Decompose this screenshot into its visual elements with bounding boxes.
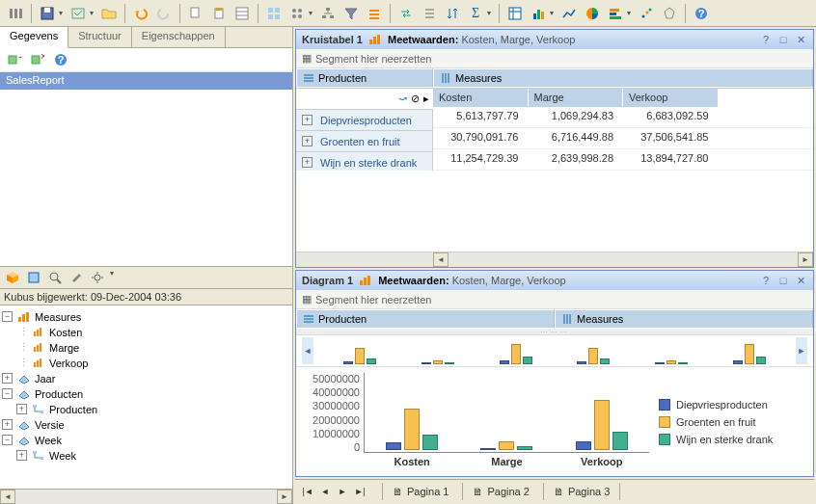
undo-icon[interactable] <box>130 3 151 24</box>
copy-icon[interactable] <box>185 3 206 24</box>
tree-producten[interactable]: Producten <box>35 388 83 400</box>
tab-eigenschappen[interactable]: Eigenschappen <box>132 27 226 47</box>
tools-icon[interactable] <box>68 269 85 286</box>
data-cell[interactable]: 6,716,449.88 <box>529 128 624 148</box>
close-icon[interactable]: ✕ <box>794 33 807 46</box>
worksheet-icon[interactable] <box>231 3 253 24</box>
sort-icon[interactable] <box>442 3 463 24</box>
scatter-icon[interactable] <box>636 3 657 24</box>
tree-kosten[interactable]: Kosten <box>49 327 82 338</box>
help-icon[interactable]: ? <box>691 3 712 24</box>
paste-icon[interactable] <box>208 3 230 24</box>
save-icon[interactable] <box>37 3 58 24</box>
table-icon[interactable] <box>504 3 526 24</box>
data-cell[interactable]: 37,506,541.85 <box>623 128 719 148</box>
col-header[interactable]: Verkoop <box>623 89 719 107</box>
maximize-icon[interactable]: □ <box>776 33 790 46</box>
data-cell[interactable]: 1,069,294.83 <box>529 107 624 127</box>
scrollbar[interactable] <box>15 490 277 504</box>
list-icon[interactable] <box>419 3 440 24</box>
design-icon[interactable] <box>68 3 89 24</box>
drill-icon[interactable]: ⤻ <box>398 93 407 105</box>
row-header[interactable]: +Wijn en sterke drank <box>296 152 433 171</box>
data-cell[interactable]: 30,790,091.76 <box>433 128 529 148</box>
cube-icon[interactable] <box>4 269 21 286</box>
row-axis-header[interactable]: Producten <box>296 68 433 88</box>
collapse-toggle[interactable]: − <box>2 311 13 322</box>
page-tab[interactable]: 🗎Pagina 2 <box>462 483 538 500</box>
row-header[interactable]: +Groenten en fruit <box>296 131 433 152</box>
help-pane-icon[interactable]: ? <box>759 274 773 287</box>
data-cell[interactable]: 6,683,092.59 <box>623 107 719 127</box>
redo-icon[interactable] <box>153 3 175 24</box>
collapse-toggle[interactable]: − <box>2 388 13 399</box>
sigma-icon[interactable]: Σ <box>465 3 486 24</box>
col-header[interactable]: Marge <box>529 89 624 107</box>
tab-structuur[interactable]: Structuur <box>68 27 132 47</box>
expand-toggle[interactable]: + <box>2 419 13 430</box>
maximize-icon[interactable]: □ <box>776 274 790 287</box>
add-cube-icon[interactable]: + <box>6 51 23 68</box>
radar-icon[interactable] <box>659 3 680 24</box>
tree-marge[interactable]: Marge <box>49 342 79 354</box>
report-name[interactable]: SalesReport <box>0 72 292 90</box>
bar[interactable] <box>499 441 514 450</box>
expand-toggle[interactable]: + <box>16 404 27 414</box>
tree-verkoop[interactable]: Verkoop <box>49 358 88 369</box>
data-cell[interactable]: 5,613,797.79 <box>433 107 529 127</box>
chart-row-axis[interactable]: Producten <box>296 309 555 329</box>
next-page-icon[interactable]: ► <box>336 485 349 498</box>
bar[interactable] <box>404 409 420 450</box>
refresh-icon[interactable] <box>25 269 42 286</box>
prev-page-icon[interactable]: ◄ <box>318 485 332 498</box>
scroll-left-icon[interactable]: ◄ <box>0 490 15 504</box>
col-axis-header[interactable]: Measures <box>433 68 813 88</box>
help-pane-icon[interactable]: ? <box>759 33 773 46</box>
expand-toggle[interactable]: + <box>16 450 27 461</box>
zoom-icon[interactable] <box>46 269 64 286</box>
folder-icon[interactable] <box>98 3 120 24</box>
bar[interactable] <box>517 446 532 450</box>
chart-col-axis[interactable]: Measures <box>555 309 813 329</box>
row-header[interactable]: +Diepvriesproducten <box>296 110 433 131</box>
bar[interactable] <box>480 448 496 450</box>
bar[interactable] <box>576 441 591 450</box>
grid-icon[interactable] <box>263 3 285 24</box>
tab-gegevens[interactable]: Gegevens <box>0 27 68 48</box>
bar[interactable] <box>422 435 438 450</box>
tree-producten-child[interactable]: Producten <box>49 404 97 415</box>
first-page-icon[interactable]: |◄ <box>301 485 314 498</box>
swap-icon[interactable] <box>395 3 417 24</box>
tree-week-child[interactable]: Week <box>49 450 76 462</box>
hierarchy-icon[interactable] <box>317 3 339 24</box>
scroll-left-icon[interactable]: ◄ <box>433 252 449 267</box>
bar[interactable] <box>386 442 401 450</box>
page-tab[interactable]: 🗎Pagina 1 <box>382 483 458 500</box>
barchart-icon[interactable] <box>528 3 549 24</box>
tree-week[interactable]: Week <box>35 435 62 446</box>
data-cell[interactable]: 11,254,729.39 <box>433 149 529 170</box>
settings-icon[interactable] <box>89 269 106 286</box>
tree-jaar[interactable]: Jaar <box>35 373 55 385</box>
scroll-right-icon[interactable]: ► <box>798 252 813 267</box>
page-tab[interactable]: 🗎Pagina 3 <box>543 483 620 500</box>
bar[interactable] <box>594 400 610 451</box>
remove-cube-icon[interactable]: × <box>29 51 46 68</box>
scroll-right-icon[interactable]: ► <box>277 490 292 504</box>
nav-left-icon[interactable]: ◄ <box>302 337 313 364</box>
rule-icon[interactable] <box>364 3 385 24</box>
tree-measures[interactable]: Measures <box>35 311 81 323</box>
last-page-icon[interactable]: ►| <box>353 485 367 498</box>
align-icon[interactable] <box>5 3 26 24</box>
pie-icon[interactable] <box>582 3 603 24</box>
nav-right-icon[interactable]: ► <box>796 337 807 364</box>
pointer-icon[interactable]: ▸ <box>423 93 429 105</box>
filter-icon[interactable] <box>340 3 362 24</box>
block-icon[interactable]: ⊘ <box>411 93 420 105</box>
member-icon[interactable] <box>286 3 308 24</box>
bar[interactable] <box>612 432 628 450</box>
scrollbar[interactable] <box>449 252 798 267</box>
help-small-icon[interactable]: ? <box>52 51 69 68</box>
tree-versie[interactable]: Versie <box>35 419 65 431</box>
data-cell[interactable]: 13,894,727.80 <box>623 149 719 170</box>
